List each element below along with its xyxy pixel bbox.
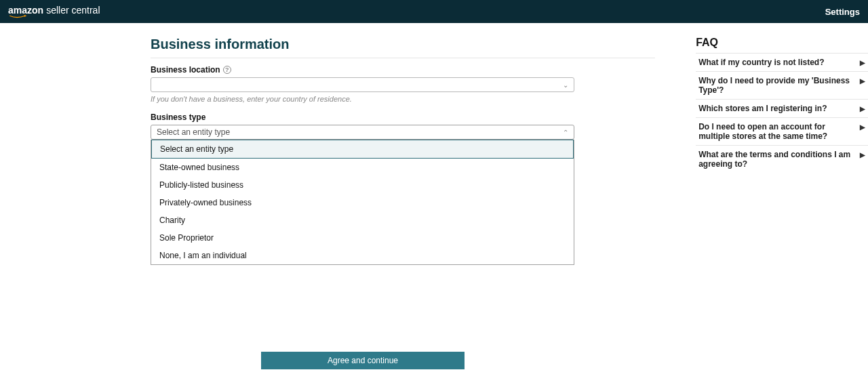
faq-item-multiple-stores[interactable]: Do I need to open an account for multipl… <box>696 117 868 145</box>
faq-item-country-not-listed[interactable]: What if my country is not listed? ▶ <box>696 53 868 71</box>
brand-secondary: seller central <box>46 5 100 16</box>
faq-item-label: Why do I need to provide my 'Business Ty… <box>698 76 853 95</box>
option-state-owned[interactable]: State-owned business <box>151 159 574 176</box>
triangle-right-icon: ▶ <box>860 151 865 159</box>
chevron-down-icon: ⌄ <box>563 81 568 89</box>
triangle-right-icon: ▶ <box>860 105 865 112</box>
faq-item-business-type[interactable]: Why do I need to provide my 'Business Ty… <box>696 71 868 99</box>
faq-item-label: Do I need to open an account for multipl… <box>698 122 853 141</box>
chevron-up-icon: ⌃ <box>563 129 568 136</box>
top-bar: amazonseller central Settings <box>0 0 868 23</box>
main-panel: Business information Business location ?… <box>151 37 655 274</box>
business-type-label: Business type <box>151 112 205 122</box>
triangle-right-icon: ▶ <box>860 59 865 66</box>
faq-item-label: Which stores am I registering in? <box>698 104 827 113</box>
business-location-hint: If you don't have a business, enter your… <box>151 95 655 103</box>
business-type-select[interactable]: Select an entity type ⌃ <box>151 125 574 140</box>
faq-item-label: What are the terms and conditions I am a… <box>698 150 853 169</box>
page-title: Business information <box>151 37 655 58</box>
business-location-label: Business location <box>151 65 220 75</box>
option-individual[interactable]: None, I am an individual <box>151 247 574 264</box>
faq-item-terms[interactable]: What are the terms and conditions I am a… <box>696 145 868 173</box>
agree-continue-button[interactable]: Agree and continue <box>261 352 465 369</box>
business-location-field: Business location ? ⌄ If you don't have … <box>151 65 655 103</box>
faq-title: FAQ <box>696 37 868 49</box>
brand-logo: amazonseller central <box>8 5 100 19</box>
option-publicly-listed[interactable]: Publicly-listed business <box>151 176 574 194</box>
business-type-field: Business type Select an entity type ⌃ Se… <box>151 112 655 265</box>
option-charity[interactable]: Charity <box>151 211 574 229</box>
faq-item-which-stores[interactable]: Which stores am I registering in? ▶ <box>696 99 868 117</box>
option-privately-owned[interactable]: Privately-owned business <box>151 194 574 211</box>
triangle-right-icon: ▶ <box>860 77 865 85</box>
option-select-entity-type[interactable]: Select an entity type <box>151 140 574 159</box>
business-type-dropdown: Select an entity type State-owned busine… <box>151 140 574 265</box>
business-location-select[interactable]: ⌄ <box>151 77 574 92</box>
faq-item-label: What if my country is not listed? <box>698 58 824 67</box>
brand-primary: amazon <box>8 5 43 16</box>
help-icon[interactable]: ? <box>223 66 231 74</box>
option-sole-proprietor[interactable]: Sole Proprietor <box>151 229 574 247</box>
triangle-right-icon: ▶ <box>860 123 865 131</box>
business-type-value: Select an entity type <box>157 127 230 137</box>
faq-panel: FAQ What if my country is not listed? ▶ … <box>696 37 868 274</box>
settings-link[interactable]: Settings <box>825 7 860 17</box>
